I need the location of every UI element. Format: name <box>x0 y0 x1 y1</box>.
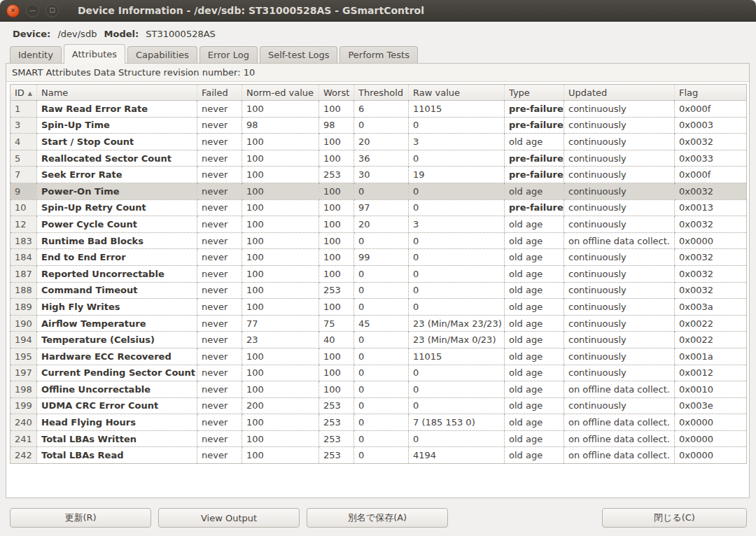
cell-worst: 100 <box>319 183 354 199</box>
cell-norm-ed-value: 100 <box>242 381 319 398</box>
cell-type: old age <box>505 381 564 398</box>
cell-name: Runtime Bad Blocks <box>37 232 197 249</box>
minimize-window-icon[interactable]: — <box>26 4 39 17</box>
column-header-name[interactable]: Name <box>37 85 197 101</box>
attributes-table-wrap: ID▲ Name Failed Norm-ed value Worst Thre… <box>6 82 749 466</box>
cell-updated: on offline data collect. <box>564 414 675 431</box>
cell-threshold: 0 <box>354 414 409 431</box>
table-row[interactable]: 3Spin-Up Timenever989800pre-failureconti… <box>10 117 747 134</box>
tab-perform-tests[interactable]: Perform Tests <box>340 46 418 64</box>
cell-updated: continuously <box>564 397 675 414</box>
cell-flag: 0x0022 <box>675 332 747 348</box>
cell-name: Current Pending Sector Count <box>37 365 197 381</box>
cell-threshold: 0 <box>354 447 409 464</box>
column-header-id[interactable]: ID▲ <box>10 85 37 101</box>
column-header-worst[interactable]: Worst <box>319 85 354 101</box>
table-row[interactable]: 195Hardware ECC Recoverednever1001000110… <box>10 348 747 365</box>
table-row[interactable]: 4Start / Stop Countnever100100203old age… <box>10 134 747 150</box>
column-header-updated[interactable]: Updated <box>564 85 675 101</box>
column-header-normed-value[interactable]: Norm-ed value <box>242 85 319 101</box>
cell-id: 240 <box>10 414 37 431</box>
cell-flag: 0x001a <box>675 348 747 365</box>
cell-threshold: 45 <box>354 315 409 332</box>
cell-id: 7 <box>10 167 37 183</box>
cell-threshold: 0 <box>354 397 409 414</box>
cell-worst: 253 <box>319 447 354 464</box>
maximize-window-icon[interactable]: ☐ <box>46 4 59 17</box>
table-row[interactable]: 184End to End Errornever100100990old age… <box>10 249 747 266</box>
table-row[interactable]: 240Head Flying Hoursnever10025307 (185 1… <box>10 414 747 431</box>
table-row[interactable]: 241Total LBAs Writtennever10025300old ag… <box>10 430 747 447</box>
cell-updated: on offline data collect. <box>564 447 675 464</box>
cell-type: old age <box>505 414 564 431</box>
cell-norm-ed-value: 100 <box>242 414 319 431</box>
column-header-raw-value[interactable]: Raw value <box>409 85 505 101</box>
column-header-flag[interactable]: Flag <box>675 85 747 101</box>
tab-capabilities[interactable]: Capabilities <box>127 46 197 64</box>
titlebar: ✕ — ☐ Device Information - /dev/sdb: ST3… <box>0 0 756 22</box>
cell-worst: 100 <box>319 249 354 266</box>
table-row[interactable]: 1Raw Read Error Ratenever100100611015pre… <box>10 101 747 118</box>
cell-worst: 253 <box>319 282 354 299</box>
tab-error-log[interactable]: Error Log <box>200 46 258 64</box>
table-row[interactable]: 9Power-On Timenever10010000old agecontin… <box>10 183 747 199</box>
cell-flag: 0x0012 <box>675 365 747 381</box>
attributes-table-body: 1Raw Read Error Ratenever100100611015pre… <box>10 101 747 464</box>
table-row[interactable]: 12Power Cycle Countnever100100203old age… <box>10 216 747 233</box>
table-row[interactable]: 188Command Timeoutnever10025300old ageco… <box>10 282 747 299</box>
column-header-failed[interactable]: Failed <box>197 85 242 101</box>
table-row[interactable]: 199UDMA CRC Error Countnever20025300old … <box>10 397 747 414</box>
cell-threshold: 0 <box>354 117 409 134</box>
window-title: Device Information - /dev/sdb: ST3100052… <box>78 5 424 16</box>
cell-updated: continuously <box>564 199 675 216</box>
cell-name: Spin-Up Retry Count <box>37 199 197 216</box>
cell-updated: continuously <box>564 348 675 365</box>
cell-name: Head Flying Hours <box>37 414 197 431</box>
cell-flag: 0x000f <box>675 101 747 118</box>
cell-updated: continuously <box>564 216 675 233</box>
table-row[interactable]: 190Airflow Temperaturenever77754523 (Min… <box>10 315 747 332</box>
table-row[interactable]: 7Seek Error Ratenever1002533019pre-failu… <box>10 167 747 183</box>
table-row[interactable]: 5Reallocated Sector Countnever100100360p… <box>10 150 747 167</box>
cell-updated: on offline data collect. <box>564 232 675 249</box>
cell-flag: 0x0000 <box>675 430 747 447</box>
close-button[interactable]: 閉じる(C) <box>602 508 747 528</box>
cell-norm-ed-value: 200 <box>242 397 319 414</box>
cell-threshold: 99 <box>354 249 409 266</box>
cell-name: Total LBAs Read <box>37 447 197 464</box>
cell-id: 194 <box>10 332 37 348</box>
tab-attributes[interactable]: Attributes <box>64 44 125 64</box>
table-row[interactable]: 242Total LBAs Readnever10025304194old ag… <box>10 447 747 464</box>
cell-type: old age <box>505 232 564 249</box>
tab-self-test-logs[interactable]: Self-test Logs <box>260 46 338 64</box>
cell-updated: continuously <box>564 249 675 266</box>
cell-type: old age <box>505 430 564 447</box>
table-row[interactable]: 197Current Pending Sector Countnever1001… <box>10 365 747 381</box>
cell-failed: never <box>197 282 242 299</box>
cell-name: Hardware ECC Recovered <box>37 348 197 365</box>
table-row[interactable]: 187Reported Uncorrectablenever10010000ol… <box>10 265 747 282</box>
cell-name: Reallocated Sector Count <box>37 150 197 167</box>
column-header-type[interactable]: Type <box>505 85 564 101</box>
save-as-button[interactable]: 別名で保存(A) <box>307 508 448 528</box>
table-row[interactable]: 198Offline Uncorrectablenever10010000old… <box>10 381 747 398</box>
column-header-threshold[interactable]: Threshold <box>354 85 409 101</box>
view-output-button[interactable]: View Output <box>158 508 300 528</box>
cell-type: old age <box>505 299 564 316</box>
refresh-button[interactable]: 更新(R) <box>10 508 151 528</box>
tab-identity[interactable]: Identity <box>10 46 62 64</box>
table-row[interactable]: 194Temperature (Celsius)never2340023 (Mi… <box>10 332 747 348</box>
cell-flag: 0x0032 <box>675 134 747 150</box>
table-row[interactable]: 183Runtime Bad Blocksnever10010000old ag… <box>10 232 747 249</box>
table-row[interactable]: 10Spin-Up Retry Countnever100100970pre-f… <box>10 199 747 216</box>
cell-name: End to End Error <box>37 249 197 266</box>
cell-threshold: 20 <box>354 216 409 233</box>
cell-updated: continuously <box>564 282 675 299</box>
cell-norm-ed-value: 100 <box>242 134 319 150</box>
close-window-icon[interactable]: ✕ <box>6 4 20 17</box>
cell-raw-value: 0 <box>409 365 505 381</box>
cell-updated: continuously <box>564 134 675 150</box>
cell-raw-value: 19 <box>409 167 505 183</box>
cell-norm-ed-value: 100 <box>242 199 319 216</box>
table-row[interactable]: 189High Fly Writesnever10010000old ageco… <box>10 299 747 316</box>
